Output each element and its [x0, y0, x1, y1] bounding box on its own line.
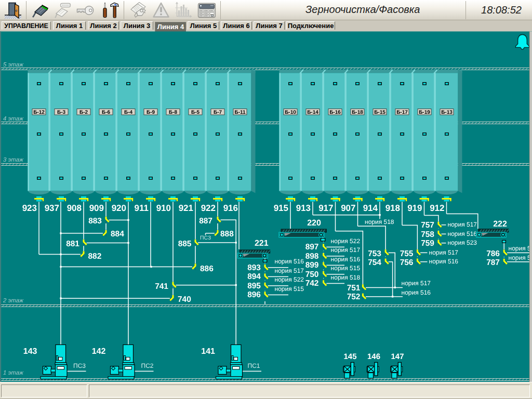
svg-text:нория 516: нория 516: [275, 258, 304, 265]
svg-text:937: 937: [45, 203, 59, 213]
svg-text:4 этаж: 4 этаж: [3, 116, 24, 122]
svg-text:919: 919: [407, 203, 422, 213]
svg-text:ПС3: ПС3: [73, 362, 86, 369]
svg-text:888: 888: [220, 230, 234, 238]
svg-text:896: 896: [247, 290, 261, 299]
svg-text:886: 886: [200, 264, 214, 273]
svg-text:Б-8: Б-8: [169, 110, 178, 115]
svg-text:нория 517: нория 517: [402, 280, 431, 287]
svg-text:910: 910: [156, 203, 171, 213]
svg-text:Б-9: Б-9: [147, 110, 155, 115]
svg-text:нория 518: нория 518: [365, 218, 394, 225]
svg-text:918: 918: [385, 203, 400, 213]
svg-text:нория 522: нория 522: [275, 276, 304, 283]
svg-text:899: 899: [305, 261, 319, 270]
svg-text:221: 221: [255, 239, 269, 248]
svg-text:755: 755: [400, 249, 414, 258]
svg-text:145: 145: [343, 352, 356, 361]
svg-text:147: 147: [391, 352, 404, 361]
svg-text:758: 758: [421, 230, 434, 239]
svg-text:885: 885: [178, 240, 192, 248]
svg-text:Б-16: Б-16: [329, 110, 341, 115]
svg-text:Б-7: Б-7: [214, 110, 222, 115]
svg-text:3 этаж: 3 этаж: [3, 157, 24, 163]
svg-text:142: 142: [92, 347, 106, 356]
svg-text:898: 898: [305, 252, 319, 261]
svg-text:нория 517: нория 517: [331, 246, 361, 254]
svg-text:750: 750: [305, 270, 319, 279]
svg-text:Б-13: Б-13: [441, 110, 453, 115]
svg-text:923: 923: [22, 203, 37, 213]
svg-text:146: 146: [367, 352, 380, 361]
svg-text:921: 921: [179, 203, 193, 213]
svg-text:Б-15: Б-15: [374, 110, 385, 115]
svg-text:913: 913: [296, 203, 311, 213]
svg-text:220: 220: [307, 219, 321, 228]
svg-text:Б-5: Б-5: [191, 110, 200, 115]
svg-text:Б-2: Б-2: [79, 110, 88, 115]
svg-text:884: 884: [111, 230, 124, 238]
svg-text:нория 516: нория 516: [331, 256, 361, 263]
svg-text:Б-4: Б-4: [124, 110, 133, 115]
svg-text:915: 915: [274, 203, 288, 213]
svg-text:нория 516: нория 516: [429, 258, 459, 265]
svg-text:786: 786: [486, 249, 500, 258]
svg-text:751: 751: [347, 284, 361, 292]
svg-text:нория 518: нория 518: [331, 274, 361, 281]
svg-text:Б-19: Б-19: [419, 110, 430, 115]
svg-text:ПС3: ПС3: [200, 235, 211, 241]
svg-text:914: 914: [363, 203, 378, 213]
svg-text:887: 887: [199, 217, 212, 225]
svg-text:883: 883: [88, 217, 102, 225]
svg-text:911: 911: [135, 203, 149, 213]
svg-text:897: 897: [305, 243, 319, 251]
svg-text:740: 740: [178, 295, 191, 304]
svg-text:Б-14: Б-14: [307, 110, 318, 115]
svg-text:нория 516: нория 516: [402, 289, 431, 296]
svg-text:нория 517: нория 517: [448, 221, 477, 228]
svg-text:756: 756: [400, 258, 414, 267]
svg-text:920: 920: [112, 203, 126, 213]
svg-text:Б-18: Б-18: [352, 110, 363, 115]
svg-text:757: 757: [421, 221, 434, 230]
svg-text:нория 516: нория 516: [448, 230, 477, 237]
svg-text:нория 516: нория 516: [509, 245, 532, 252]
svg-text:895: 895: [247, 282, 261, 290]
svg-text:742: 742: [305, 279, 319, 288]
svg-text:Б-6: Б-6: [102, 110, 111, 115]
svg-text:нория 517: нория 517: [429, 249, 459, 256]
svg-text:Б-10: Б-10: [285, 110, 296, 115]
svg-text:143: 143: [23, 347, 37, 356]
svg-text:Б-12: Б-12: [33, 110, 45, 115]
svg-text:нория 522: нория 522: [331, 237, 361, 245]
svg-text:787: 787: [486, 258, 500, 267]
svg-text:Б-3: Б-3: [57, 110, 66, 115]
svg-text:5 этаж: 5 этаж: [3, 62, 24, 68]
svg-text:1 этаж: 1 этаж: [3, 370, 24, 376]
svg-text:ПС2: ПС2: [141, 362, 154, 369]
svg-text:912: 912: [430, 203, 444, 213]
svg-text:893: 893: [247, 263, 261, 272]
svg-text:917: 917: [318, 203, 333, 213]
svg-text:753: 753: [368, 249, 381, 258]
svg-text:922: 922: [201, 203, 216, 213]
svg-text:Б-17: Б-17: [396, 110, 408, 115]
svg-text:741: 741: [155, 282, 168, 291]
svg-text:894: 894: [247, 272, 261, 281]
svg-text:907: 907: [341, 203, 355, 213]
svg-text:881: 881: [66, 240, 79, 248]
svg-text:752: 752: [347, 292, 361, 301]
svg-text:909: 909: [89, 203, 104, 213]
svg-text:нория 517: нория 517: [275, 267, 304, 274]
svg-text:Б-11: Б-11: [234, 110, 246, 115]
svg-text:нория 515: нория 515: [331, 264, 361, 272]
svg-text:754: 754: [368, 258, 381, 267]
svg-text:222: 222: [493, 220, 507, 229]
svg-text:нория 523: нория 523: [448, 239, 477, 246]
svg-text:908: 908: [67, 203, 82, 213]
svg-text:141: 141: [201, 347, 215, 356]
svg-text:2 этаж: 2 этаж: [3, 298, 24, 304]
svg-text:916: 916: [223, 203, 238, 213]
svg-text:882: 882: [88, 252, 102, 261]
svg-text:нория 517: нория 517: [509, 254, 532, 261]
